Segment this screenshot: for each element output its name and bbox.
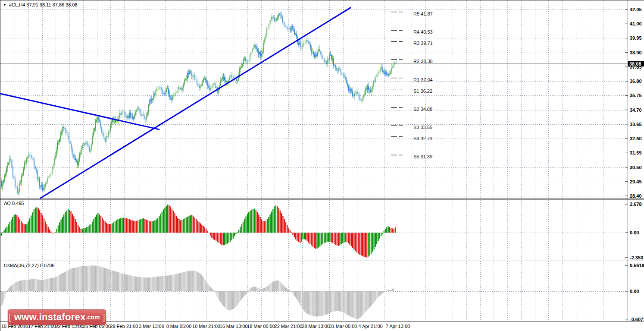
symbol-ohlc-text: #CL,H4 37,91 38.11 37.86 38.08 <box>9 2 78 7</box>
svg-text:38.08: 38.08 <box>629 61 641 66</box>
svg-text:31 Mar 05:00: 31 Mar 05:00 <box>329 324 357 329</box>
svg-text:15 Mar 13:00: 15 Mar 13:00 <box>220 324 248 329</box>
trendlines[interactable] <box>0 8 350 198</box>
ao-histogram <box>1 205 396 258</box>
svg-text:-0.6071: -0.6071 <box>630 317 644 322</box>
svg-text:39.95: 39.95 <box>630 35 642 41</box>
svg-text:4 Apr 21:00: 4 Apr 21:00 <box>358 324 382 329</box>
svg-text:41.00: 41.00 <box>630 21 642 26</box>
svg-text:31.55: 31.55 <box>630 150 642 155</box>
svg-text:R1 37.04: R1 37.04 <box>413 77 433 82</box>
svg-text:35.75: 35.75 <box>630 93 642 98</box>
symbol-bar: ▼ #CL,H4 37,91 38.11 37.86 38.08 <box>3 2 78 7</box>
svg-text:R2 38.38: R2 38.38 <box>413 59 433 64</box>
instaforex-watermark: [www.instaforex.com] <box>8 309 106 325</box>
ao-indicator-label: AO 0.495 <box>4 201 24 206</box>
svg-text:3 Mar 13:00: 3 Mar 13:00 <box>139 324 164 329</box>
svg-text:0.00: 0.00 <box>630 289 639 294</box>
svg-text:-2.353: -2.353 <box>630 255 643 260</box>
candlestick-series <box>1 12 397 196</box>
svg-text:30.50: 30.50 <box>630 165 642 170</box>
banner-domain: www.instaforex <box>14 312 86 323</box>
svg-text:28 Mar 13:00: 28 Mar 13:00 <box>302 324 330 329</box>
trendline-ascending <box>41 8 350 198</box>
svg-text:18 Mar 05:00: 18 Mar 05:00 <box>247 324 275 329</box>
banner-bracket-left: [ <box>6 312 14 322</box>
symbol-dropdown-icon[interactable]: ▼ <box>3 3 6 7</box>
trendline-descending <box>0 94 159 129</box>
svg-text:0.00: 0.00 <box>630 230 639 235</box>
svg-text:R4 40.53: R4 40.53 <box>413 29 433 35</box>
svg-text:36.80: 36.80 <box>630 79 642 84</box>
svg-text:S4 32.73: S4 32.73 <box>413 136 432 141</box>
svg-text:R5 41.87: R5 41.87 <box>413 11 433 16</box>
svg-text:42.05: 42.05 <box>630 7 642 12</box>
svg-text:33.65: 33.65 <box>630 122 642 127</box>
svg-text:22 Mar 21:00: 22 Mar 21:00 <box>275 324 303 329</box>
svg-text:2.678: 2.678 <box>630 202 642 207</box>
svg-text:8 Mar 05:00: 8 Mar 05:00 <box>166 324 192 329</box>
chart-canvas[interactable]: R5 41.87R4 40.53R3 39.71R2 38.38R1 37.04… <box>0 0 644 331</box>
svg-text:7 Apr 13:00: 7 Apr 13:00 <box>386 324 410 329</box>
svg-text:32.60: 32.60 <box>630 136 642 141</box>
banner-bracket-right: ] <box>100 312 108 322</box>
svg-text:10 Mar 21:00: 10 Mar 21:00 <box>192 324 220 329</box>
osma-indicator-label: OsMA(36,72,27) 0.0786 <box>4 263 54 268</box>
svg-text:38.90: 38.90 <box>630 50 642 55</box>
svg-text:S5 31.39: S5 31.39 <box>413 154 432 159</box>
svg-text:S3 33.55: S3 33.55 <box>413 125 432 130</box>
mt4-chart-window: R5 41.87R4 40.53R3 39.71R2 38.38R1 37.04… <box>0 0 644 331</box>
svg-text:29 Feb 21:00: 29 Feb 21:00 <box>110 324 138 329</box>
svg-text:34.70: 34.70 <box>630 107 642 113</box>
svg-text:R3 39.71: R3 39.71 <box>413 41 433 46</box>
svg-text:28.40: 28.40 <box>630 193 642 199</box>
svg-text:29.45: 29.45 <box>630 179 642 184</box>
banner-tld: .com <box>86 314 100 321</box>
svg-text:0.5618: 0.5618 <box>630 263 644 268</box>
svg-text:S1 36.22: S1 36.22 <box>413 88 432 94</box>
svg-text:S2 34.88: S2 34.88 <box>413 107 432 112</box>
current-price-badge: 38.08 <box>628 61 644 66</box>
